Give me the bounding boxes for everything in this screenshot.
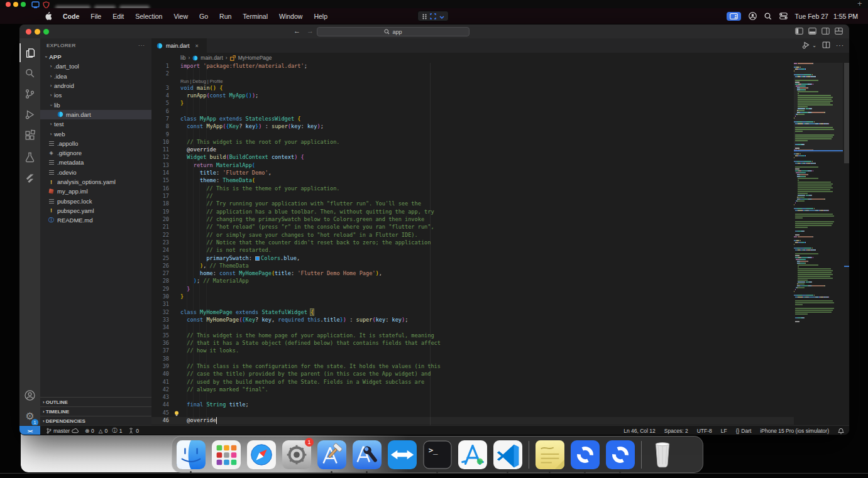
section-timeline[interactable]: ›TIMELINE: [40, 406, 151, 416]
code-line-24[interactable]: 24 // is not restarted.: [151, 247, 794, 254]
code-line-34[interactable]: 34: [151, 324, 794, 332]
nav-back-icon[interactable]: ←: [294, 27, 300, 35]
screen-share-overlay[interactable]: [417, 11, 449, 21]
minimize-button[interactable]: [35, 29, 40, 35]
testing-icon[interactable]: [19, 148, 40, 166]
code-line-40[interactable]: 40 // case the title) provided by the pa…: [151, 371, 794, 378]
nav-forward-icon[interactable]: →: [307, 27, 314, 35]
section-dependencies[interactable]: ›DEPENDENCIES: [40, 416, 151, 425]
code-line-10[interactable]: 10 // This widget is the root of your ap…: [151, 139, 794, 146]
search-icon[interactable]: [19, 63, 40, 82]
dock-finder-icon[interactable]: [177, 440, 206, 469]
code-line-16[interactable]: 16 // This is the theme of your applicat…: [151, 185, 794, 193]
close-button[interactable]: [26, 29, 31, 35]
code-line-26[interactable]: 26 ), // ThemeData: [151, 263, 794, 270]
split-editor-icon[interactable]: [822, 40, 830, 52]
code-line-5[interactable]: 5}: [151, 100, 794, 107]
code-line-9[interactable]: 9: [151, 131, 794, 139]
breadcrumb-lib[interactable]: lib: [180, 55, 186, 61]
tree-item-pubspec-lock[interactable]: pubspec.lock: [40, 196, 151, 205]
code-line-7[interactable]: 7class MyApp extends StatelessWidget {: [151, 116, 794, 123]
breadcrumb-main-dart[interactable]: main.dart: [201, 55, 222, 61]
section-outline[interactable]: ›OUTLINE: [40, 397, 151, 406]
extensions-icon[interactable]: [19, 126, 40, 144]
source-control-icon[interactable]: [19, 84, 40, 103]
flutter-icon[interactable]: [19, 169, 40, 188]
dock-xcode-tools-icon[interactable]: [353, 440, 382, 469]
dock-system-settings-icon[interactable]: 1: [282, 440, 311, 469]
code-line-31[interactable]: 31: [151, 301, 794, 308]
dock-xcode-icon[interactable]: [317, 440, 346, 469]
tree-item--appollo[interactable]: .appollo: [40, 139, 151, 148]
dock-teamviewer-icon[interactable]: [388, 440, 417, 469]
tab-main-dart[interactable]: main.dart ×: [151, 38, 207, 53]
code-line-17[interactable]: 17 //: [151, 193, 794, 200]
tree-item--idea[interactable]: ›.idea: [40, 72, 151, 81]
code-line-30[interactable]: 30}: [151, 293, 794, 301]
code-area[interactable]: 1import 'package:flutter/material.dart';…: [151, 63, 794, 425]
tree-item-main-dart[interactable]: main.dart: [40, 110, 151, 119]
menu-file[interactable]: File: [85, 8, 107, 24]
code-line-25[interactable]: 25 primarySwatch: Colors.blue,: [151, 255, 794, 263]
tree-item-web[interactable]: ›web: [40, 129, 151, 138]
customize-layout-icon[interactable]: [835, 27, 843, 35]
remote-indicator[interactable]: ><: [19, 426, 40, 436]
code-line-22[interactable]: 22 // or simply save your changes to "ho…: [151, 232, 794, 239]
zoom-traffic-light[interactable]: [21, 2, 26, 7]
code-line-45[interactable]: 45: [151, 410, 794, 417]
settings-gear-icon[interactable]: ⚙ 1: [19, 406, 40, 425]
maximize-button[interactable]: [43, 29, 49, 35]
encoding[interactable]: UTF-8: [697, 428, 712, 434]
menu-window[interactable]: Window: [273, 8, 308, 24]
menu-bar-clock[interactable]: 1:55 PM: [833, 13, 858, 20]
code-line-1[interactable]: 1import 'package:flutter/material.dart';: [151, 63, 794, 70]
code-line-32[interactable]: 32class MyHomePage extends StatefulWidge…: [151, 309, 794, 317]
ports-item[interactable]: 0: [128, 428, 139, 434]
code-line-21[interactable]: 21 // "hot reload" (press "r" in the con…: [151, 224, 794, 231]
run-or-debug-icon[interactable]: [802, 40, 810, 52]
codelens-run-debug-profile[interactable]: Run | Debug | Profile: [151, 79, 794, 85]
user-account-icon[interactable]: [749, 12, 757, 20]
menu-run[interactable]: Run: [214, 8, 237, 24]
minimap[interactable]: [794, 63, 843, 425]
code-line-2[interactable]: 2: [151, 70, 794, 78]
code-line-35[interactable]: 35 // This widget is the home page of yo…: [151, 332, 794, 340]
close-traffic-light[interactable]: [6, 2, 11, 7]
code-line-37[interactable]: 37 // how it looks.: [151, 347, 794, 355]
tree-item--gitignore[interactable]: ◈.gitignore: [40, 148, 151, 158]
command-center[interactable]: app: [317, 27, 470, 36]
code-line-46[interactable]: 46 @override: [151, 417, 794, 425]
tree-item-android[interactable]: ›android: [40, 81, 151, 90]
code-line-41[interactable]: 41 // used by the build method of the St…: [151, 379, 794, 386]
menu-help[interactable]: Help: [308, 8, 333, 24]
dock-launchpad-icon[interactable]: [212, 440, 241, 469]
device-selector[interactable]: iPhone 15 Pro (ios simulator): [760, 428, 829, 434]
code-line-6[interactable]: 6: [151, 108, 794, 116]
code-line-8[interactable]: 8 const MyApp({Key? key}) : super(key: k…: [151, 123, 794, 131]
code-line-43[interactable]: 43: [151, 394, 794, 401]
code-line-18[interactable]: 18 // Try running your application with …: [151, 200, 794, 208]
code-line-39[interactable]: 39 // This class is the configuration fo…: [151, 363, 794, 371]
tree-item-analysis-options-yaml[interactable]: !analysis_options.yaml: [40, 177, 151, 187]
menu-bar-date[interactable]: Tue Feb 27: [795, 13, 828, 20]
minimize-traffic-light[interactable]: [13, 2, 18, 7]
code-line-15[interactable]: 15 theme: ThemeData(: [151, 177, 794, 185]
explorer-more-actions-icon[interactable]: ···: [138, 43, 145, 48]
dock-terminal-icon[interactable]: >_: [423, 440, 452, 469]
code-line-19[interactable]: 19 // application has a blue toolbar. Th…: [151, 209, 794, 216]
menu-go[interactable]: Go: [194, 8, 214, 24]
tree-item-readme-md[interactable]: ⓘREADME.md: [40, 215, 151, 225]
tree-root-app[interactable]: ›APP: [40, 52, 151, 62]
dock-safari-icon[interactable]: [247, 440, 276, 469]
vertical-scrollbar-thumb[interactable]: [844, 63, 850, 163]
tree-item--dart-tool[interactable]: ›.dart_tool: [40, 62, 151, 71]
run-dropdown-chevron-icon[interactable]: ⌄: [812, 43, 816, 48]
screen-sharing-icon[interactable]: [727, 12, 741, 21]
code-line-12[interactable]: 12 Widget build(BuildContext context) {: [151, 154, 794, 161]
code-line-11[interactable]: 11 @override: [151, 146, 794, 154]
dock-app-store-icon[interactable]: [458, 440, 487, 469]
code-line-44[interactable]: 44 final String title;: [151, 401, 794, 409]
run-and-debug-icon[interactable]: [19, 105, 40, 124]
tree-item-test[interactable]: ›test: [40, 119, 151, 129]
apple-menu[interactable]: [39, 8, 57, 24]
